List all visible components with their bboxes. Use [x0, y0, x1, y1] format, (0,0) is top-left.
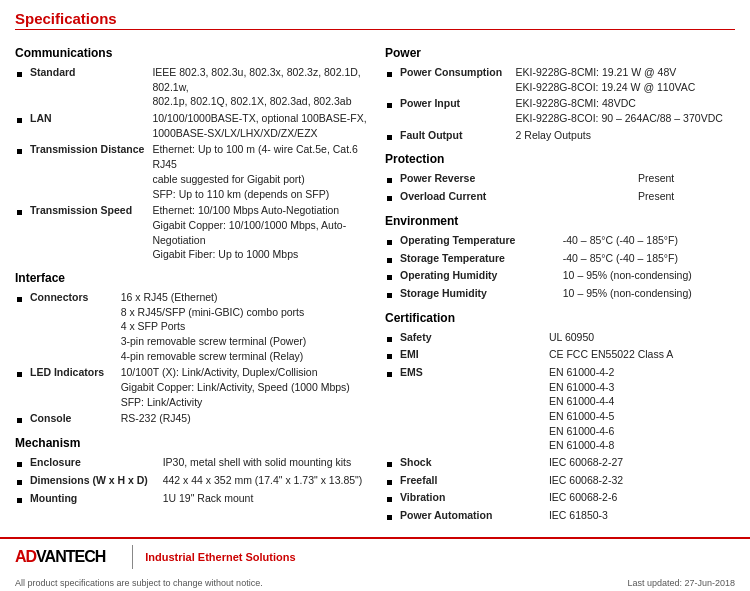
- spec-value: -40 – 85°C (-40 – 185°F): [561, 232, 735, 250]
- spec-label: Fault Output: [394, 127, 514, 145]
- table-row: Power ReversePresent: [385, 170, 735, 188]
- spec-value: IEC 60068-2-32: [547, 472, 735, 490]
- spec-value-line: EN 61000-4-5: [549, 409, 733, 424]
- spec-value: 10/100/1000BASE-TX, optional 100BASE-FX,…: [150, 110, 375, 141]
- bullet-icon: [17, 118, 22, 123]
- bullet-cell: [385, 250, 394, 268]
- spec-value-line: EN 61000-4-6: [549, 424, 733, 439]
- spec-value: 1U 19" Rack mount: [161, 490, 375, 508]
- bullet-icon: [387, 480, 392, 485]
- spec-value: CE FCC EN55022 Class A: [547, 346, 735, 364]
- spec-value-line: UL 60950: [549, 330, 733, 345]
- spec-value: 16 x RJ45 (Ethernet)8 x RJ45/SFP (mini-G…: [119, 289, 375, 364]
- table-row: ConsoleRS-232 (RJ45): [15, 410, 375, 428]
- bullet-cell: [15, 141, 24, 202]
- spec-value-line: Ethernet: Up to 100 m (4- wire Cat.5e, C…: [152, 142, 373, 171]
- spec-value: RS-232 (RJ45): [119, 410, 375, 428]
- bullet-cell: [385, 267, 394, 285]
- spec-value: IP30, metal shell with solid mounting ki…: [161, 454, 375, 472]
- left-column: CommunicationsStandardIEEE 802.3, 802.3u…: [15, 38, 375, 525]
- bullet-cell: [15, 202, 24, 263]
- spec-value-line: IP30, metal shell with solid mounting ki…: [163, 455, 373, 470]
- spec-value: Present: [636, 188, 735, 206]
- bullet-icon: [387, 178, 392, 183]
- spec-label: EMI: [394, 346, 547, 364]
- spec-label: Operating Temperature: [394, 232, 561, 250]
- bullet-cell: [15, 64, 24, 110]
- table-row: StandardIEEE 802.3, 802.3u, 802.3x, 802.…: [15, 64, 375, 110]
- spec-value-line: EN 61000-4-8: [549, 438, 733, 453]
- spec-value: 10/100T (X): Link/Activity, Duplex/Colli…: [119, 364, 375, 410]
- table-row: VibrationIEC 60068-2-6: [385, 489, 735, 507]
- bullet-cell: [385, 64, 394, 95]
- section-title-communications: Communications: [15, 46, 375, 60]
- spec-value: IEEE 802.3, 802.3u, 802.3x, 802.3z, 802.…: [150, 64, 375, 110]
- spec-value-line: Gigabit Fiber: Up to 1000 Mbps: [152, 247, 373, 262]
- spec-table: EnclosureIP30, metal shell with solid mo…: [15, 454, 375, 507]
- spec-value-line: IEC 60068-2-6: [549, 490, 733, 505]
- spec-value-line: IEEE 802.3, 802.3u, 802.3x, 802.3z, 802.…: [152, 65, 373, 94]
- footer-logo: ADVANTECH: [15, 548, 105, 566]
- bullet-cell: [15, 472, 24, 490]
- spec-value-line: 1000BASE-SX/LX/LHX/XD/ZX/EZX: [152, 126, 373, 141]
- spec-value-line: 2 Relay Outputs: [516, 128, 733, 143]
- two-column-layout: CommunicationsStandardIEEE 802.3, 802.3u…: [15, 38, 735, 525]
- spec-table: SafetyUL 60950EMICE FCC EN55022 Class AE…: [385, 329, 735, 525]
- bullet-cell: [385, 364, 394, 454]
- spec-value-line: Ethernet: 10/100 Mbps Auto-Negotiation: [152, 203, 373, 218]
- spec-value-line: 3-pin removable screw terminal (Power): [121, 334, 373, 349]
- bullet-icon: [17, 210, 22, 215]
- table-row: Power ConsumptionEKI-9228G-8CMI: 19.21 W…: [385, 64, 735, 95]
- spec-value-line: EN 61000-4-2: [549, 365, 733, 380]
- spec-value: EKI-9228G-8CMI: 19.21 W @ 48VEKI-9228G-8…: [514, 64, 735, 95]
- spec-table: Power ConsumptionEKI-9228G-8CMI: 19.21 W…: [385, 64, 735, 144]
- bullet-cell: [385, 188, 394, 206]
- spec-value-line: EKI-9228G-8CMI: 48VDC: [516, 96, 733, 111]
- spec-value-line: IEC 60068-2-32: [549, 473, 733, 488]
- table-row: Fault Output2 Relay Outputs: [385, 127, 735, 145]
- spec-value: Present: [636, 170, 735, 188]
- section-title-certification: Certification: [385, 311, 735, 325]
- spec-value-line: RS-232 (RJ45): [121, 411, 373, 426]
- section-title-interface: Interface: [15, 271, 375, 285]
- bullet-icon: [17, 418, 22, 423]
- page-wrapper: Specifications CommunicationsStandardIEE…: [0, 0, 750, 525]
- table-row: Storage Temperature-40 – 85°C (-40 – 185…: [385, 250, 735, 268]
- spec-label: Storage Humidity: [394, 285, 561, 303]
- bullet-cell: [385, 329, 394, 347]
- bullet-cell: [385, 232, 394, 250]
- spec-value-line: -40 – 85°C (-40 – 185°F): [563, 233, 733, 248]
- spec-label: Power Consumption: [394, 64, 514, 95]
- spec-label: Power Input: [394, 95, 514, 126]
- spec-value: EKI-9228G-8CMI: 48VDCEKI-9228G-8COI: 90 …: [514, 95, 735, 126]
- logo-ad: AD: [15, 548, 36, 566]
- bullet-icon: [387, 72, 392, 77]
- bullet-icon: [17, 462, 22, 467]
- footer-last-updated: Last updated: 27-Jun-2018: [627, 578, 735, 588]
- spec-value-line: 16 x RJ45 (Ethernet): [121, 290, 373, 305]
- bullet-icon: [17, 480, 22, 485]
- spec-value: 2 Relay Outputs: [514, 127, 735, 145]
- spec-value-line: Gigabit Copper: 10/100/1000 Mbps, Auto-N…: [152, 218, 373, 247]
- bullet-icon: [17, 372, 22, 377]
- bullet-icon: [387, 196, 392, 201]
- table-row: FreefallIEC 60068-2-32: [385, 472, 735, 490]
- bullet-icon: [387, 258, 392, 263]
- bullet-icon: [387, 135, 392, 140]
- spec-label: Enclosure: [24, 454, 161, 472]
- bullet-icon: [387, 372, 392, 377]
- spec-value-line: 802.1p, 802.1Q, 802.1X, 802.3ad, 802.3ab: [152, 94, 373, 109]
- spec-table: Connectors16 x RJ45 (Ethernet)8 x RJ45/S…: [15, 289, 375, 428]
- bullet-cell: [385, 489, 394, 507]
- bullet-cell: [385, 127, 394, 145]
- spec-value-line: 8 x RJ45/SFP (mini-GBIC) combo ports: [121, 305, 373, 320]
- spec-value-line: 442 x 44 x 352 mm (17.4" x 1.73" x 13.85…: [163, 473, 373, 488]
- table-row: Dimensions (W x H x D)442 x 44 x 352 mm …: [15, 472, 375, 490]
- spec-value-line: Gigabit Copper: Link/Activity, Speed (10…: [121, 380, 373, 395]
- spec-value-line: CE FCC EN55022 Class A: [549, 347, 733, 362]
- spec-value: -40 – 85°C (-40 – 185°F): [561, 250, 735, 268]
- spec-table: StandardIEEE 802.3, 802.3u, 802.3x, 802.…: [15, 64, 375, 263]
- spec-label: Freefall: [394, 472, 547, 490]
- spec-value: Ethernet: Up to 100 m (4- wire Cat.5e, C…: [150, 141, 375, 202]
- spec-table: Power ReversePresentOverload CurrentPres…: [385, 170, 735, 205]
